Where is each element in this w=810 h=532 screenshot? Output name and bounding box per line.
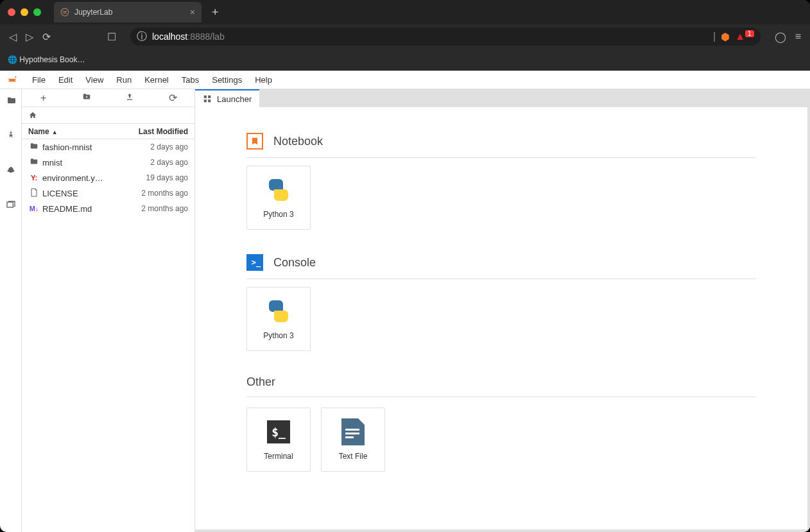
browser-chrome: JupyterLab × + ◁ ▷ ⟳ ☐ ⓘ localhost:8888/… <box>0 0 810 71</box>
terminal-card[interactable]: $_ Terminal <box>246 408 311 472</box>
col-name: Name <box>28 127 49 136</box>
url-field[interactable]: ⓘ localhost:8888/lab | ⬢ ▲1 <box>130 28 761 46</box>
svg-point-4 <box>10 167 12 169</box>
file-name: README.md <box>42 204 141 214</box>
menu-view[interactable]: View <box>85 75 103 85</box>
svg-rect-7 <box>7 202 13 207</box>
jupyter-favicon-icon <box>60 8 69 17</box>
file-row[interactable]: M↓ README.md 2 months ago <box>22 201 194 216</box>
console-python3-card[interactable]: Python 3 <box>246 287 311 351</box>
other-section-title: Other <box>246 375 756 389</box>
tabs-icon[interactable] <box>3 197 19 215</box>
svg-point-2 <box>10 132 12 133</box>
file-modified: 2 months ago <box>141 204 188 213</box>
sort-asc-icon: ▲ <box>52 129 58 135</box>
yaml-icon: Y: <box>28 174 40 182</box>
card-label: Python 3 <box>263 210 293 219</box>
svg-point-0 <box>61 8 69 16</box>
bookmark-bar: 🌐 Hypothesis Book… <box>0 49 810 71</box>
commands-icon[interactable] <box>3 162 19 180</box>
menu-kernel[interactable]: Kernel <box>144 75 169 85</box>
document-tabs: Launcher <box>195 89 810 107</box>
window-maximize-button[interactable] <box>33 8 41 16</box>
text-file-card[interactable]: Text File <box>321 408 385 472</box>
other-section: Other $_ Terminal Text File <box>246 375 756 472</box>
reload-button[interactable]: ⟳ <box>42 31 51 43</box>
file-list: fashion-mnist 2 days ago mnist 2 days ag… <box>22 139 194 532</box>
folder-icon <box>28 142 40 153</box>
window-minimize-button[interactable] <box>21 8 28 16</box>
menu-edit[interactable]: Edit <box>58 75 73 85</box>
bookmark-item[interactable]: 🌐 Hypothesis Book… <box>8 55 85 64</box>
python-icon <box>265 298 292 325</box>
terminal-icon: $_ <box>265 418 292 445</box>
new-folder-button[interactable] <box>65 92 108 104</box>
menu-run[interactable]: Run <box>116 75 132 85</box>
brave-shields-icon[interactable]: ⬢ <box>721 31 730 43</box>
upload-button[interactable] <box>108 92 151 104</box>
svg-rect-11 <box>208 99 211 102</box>
file-browser-panel: + ⟳ Name▲ Last Modified fashion-mnist 2 … <box>22 89 195 532</box>
notebook-section-title: Notebook <box>273 135 323 148</box>
col-modified: Last Modified <box>139 127 188 136</box>
file-modified: 2 months ago <box>141 189 188 198</box>
file-modified: 2 days ago <box>150 142 188 151</box>
console-section-title: Console <box>273 256 316 270</box>
file-modified: 2 days ago <box>150 158 188 167</box>
file-list-header[interactable]: Name▲ Last Modified <box>22 124 194 139</box>
file-modified: 19 days ago <box>146 173 188 182</box>
notebook-section: Notebook Python 3 <box>246 133 756 230</box>
running-icon[interactable] <box>3 128 19 146</box>
file-row[interactable]: Y: environment.y… 19 days ago <box>22 170 194 185</box>
svg-rect-8 <box>204 96 207 98</box>
profile-icon[interactable]: ◯ <box>775 31 786 43</box>
file-row[interactable]: LICENSE 2 months ago <box>22 185 194 201</box>
jupyter-logo-icon <box>6 74 18 86</box>
new-launcher-button[interactable]: + <box>22 92 65 104</box>
browser-tab[interactable]: JupyterLab × <box>54 2 202 22</box>
side-rail <box>0 89 22 532</box>
file-row[interactable]: mnist 2 days ago <box>22 155 194 170</box>
menu-file[interactable]: File <box>32 75 46 85</box>
home-icon <box>28 111 37 120</box>
bookmark-icon[interactable]: ☐ <box>107 31 116 43</box>
launcher-tab[interactable]: Launcher <box>195 89 259 107</box>
new-tab-button[interactable]: + <box>207 6 224 19</box>
folder-icon[interactable] <box>3 93 19 111</box>
menu-settings[interactable]: Settings <box>212 75 242 85</box>
file-icon <box>28 188 40 199</box>
forward-button[interactable]: ▷ <box>26 31 33 43</box>
hamburger-menu-icon[interactable]: ≡ <box>795 31 801 42</box>
back-button[interactable]: ◁ <box>9 31 17 43</box>
brave-rewards-icon[interactable]: ▲1 <box>735 31 754 42</box>
launcher-content: Notebook Python 3 >_ Console <box>195 107 807 529</box>
jupyterlab-app: File Edit View Run Kernel Tabs Settings … <box>0 71 810 532</box>
main-dock-panel: Launcher Notebook Python 3 <box>195 89 810 532</box>
file-name: mnist <box>42 158 150 167</box>
card-label: Terminal <box>264 452 293 461</box>
file-row[interactable]: fashion-mnist 2 days ago <box>22 139 194 155</box>
svg-rect-9 <box>208 96 211 98</box>
console-section-icon: >_ <box>246 254 263 271</box>
svg-point-1 <box>15 76 16 77</box>
file-name: environment.y… <box>42 173 146 183</box>
text-file-icon <box>340 418 366 445</box>
file-name: LICENSE <box>42 189 141 198</box>
tab-close-icon[interactable]: × <box>190 7 195 17</box>
file-name: fashion-mnist <box>42 142 150 152</box>
menu-tabs[interactable]: Tabs <box>182 75 199 85</box>
card-label: Text File <box>339 452 368 461</box>
folder-icon <box>28 157 40 168</box>
refresh-button[interactable]: ⟳ <box>151 92 194 104</box>
file-breadcrumb[interactable] <box>22 107 194 124</box>
menu-help[interactable]: Help <box>255 75 272 85</box>
window-close-button[interactable] <box>8 8 15 16</box>
nav-bar: ◁ ▷ ⟳ ☐ ⓘ localhost:8888/lab | ⬢ ▲1 ◯ ≡ <box>0 24 810 49</box>
markdown-icon: M↓ <box>28 205 40 212</box>
notebook-python3-card[interactable]: Python 3 <box>246 166 311 230</box>
launcher-icon <box>203 94 212 103</box>
notebook-section-icon <box>246 133 263 150</box>
svg-rect-10 <box>204 99 207 102</box>
site-info-icon[interactable]: ⓘ <box>137 30 147 44</box>
svg-point-6 <box>12 170 14 172</box>
